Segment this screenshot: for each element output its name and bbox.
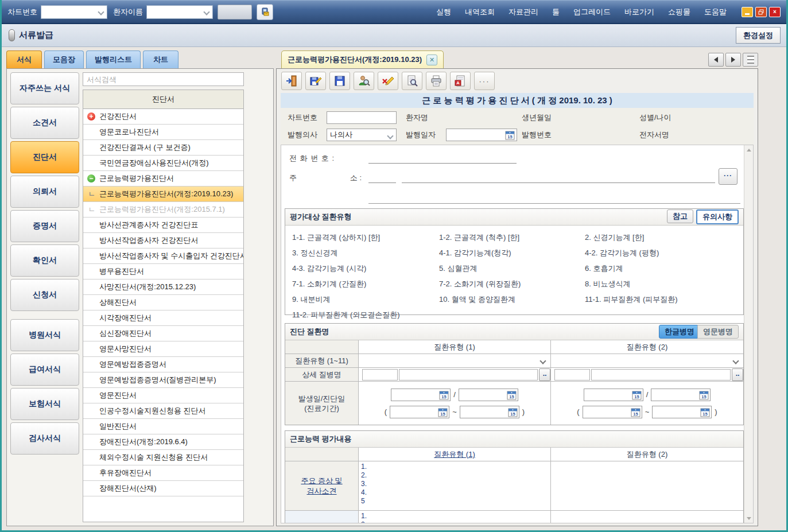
list-item[interactable]: 방사선작업종사자 건강진단서 — [83, 233, 243, 248]
form-search-input[interactable] — [83, 72, 244, 86]
list-item[interactable]: 국민연금장애심사용진단서(개정) — [83, 156, 243, 171]
category-confirmation[interactable]: 확인서 — [10, 244, 79, 277]
print-button[interactable] — [426, 72, 447, 90]
restore-button[interactable] — [755, 7, 767, 17]
treat-start1-input[interactable]: 15 — [390, 406, 449, 418]
blank-action-button[interactable] — [218, 5, 252, 20]
address-search-button[interactable]: ··· — [719, 168, 737, 185]
tab-chart[interactable]: 차트 — [143, 51, 178, 68]
list-item-disabled[interactable]: ㄴ근로능력평가용진단서(개정:2015.7.1) — [83, 202, 243, 218]
pdf-export-button[interactable]: A — [450, 72, 471, 90]
chart-no-input[interactable] — [327, 111, 397, 124]
english-name-toggle[interactable]: 영문병명 — [697, 325, 739, 339]
tab-list-button[interactable] — [743, 53, 758, 67]
treat-end1-input[interactable]: 15 — [460, 406, 519, 418]
list-item[interactable]: 후유장애진단서 — [83, 465, 243, 481]
list-item[interactable]: 건강진단결과서 (구 보건증) — [83, 140, 243, 156]
tab-issue-list[interactable]: 발행리스트 — [86, 51, 141, 68]
tab-forms[interactable]: 서식 — [6, 51, 42, 68]
diagnosis-date1-input[interactable]: 15 — [459, 389, 518, 401]
save-as-button[interactable] — [305, 72, 326, 90]
symptom-type2-textarea[interactable] — [550, 461, 743, 510]
address2-underline[interactable] — [368, 203, 740, 204]
next-tab-button[interactable] — [725, 53, 741, 67]
korean-name-toggle[interactable]: 한글병명 — [659, 325, 700, 339]
symptom-type1-textarea[interactable]: 1. 2. 3. 4. 5 — [358, 461, 550, 510]
category-favorites[interactable]: 자주쓰는 서식 — [10, 72, 79, 104]
minimize-button[interactable] — [742, 7, 753, 17]
symptom-label-line2[interactable]: 검사소견 — [307, 486, 337, 496]
delete-button[interactable] — [378, 72, 398, 90]
disease-search1-button[interactable]: ‥ — [539, 368, 550, 381]
category-insurance-forms[interactable]: 보험서식 — [10, 388, 79, 420]
list-item[interactable]: 시각장애진단서 — [83, 310, 243, 326]
document-tab[interactable]: 근로능력평가용진단서(개정:2019.10.23) ✕ — [281, 51, 444, 68]
eval-col1-link[interactable]: 질환유형 (1) — [434, 449, 475, 460]
card-reader-button[interactable] — [257, 4, 273, 20]
list-item[interactable]: 체외수정시술 지원신청용 진단서 — [83, 450, 243, 465]
list-item[interactable]: 방사선관계종사자 건강진단표 — [83, 218, 243, 233]
category-referral[interactable]: 의뢰서 — [10, 176, 79, 208]
symptom-label-line1[interactable]: 주요 증상 및 — [301, 476, 342, 486]
save-button[interactable] — [329, 72, 350, 90]
menu-data[interactable]: 자료관리 — [508, 7, 538, 17]
list-item[interactable]: 영문예방접종증명서 — [83, 357, 243, 372]
preview-button[interactable] — [402, 72, 422, 90]
list-item[interactable]: 일반진단서 — [83, 419, 243, 434]
eval-col1-header[interactable]: 질환유형 (1) — [358, 448, 550, 461]
issue-date-input[interactable]: 15 — [446, 129, 517, 141]
list-item[interactable]: 인공수정시술지원신청용 진단서 — [83, 403, 243, 419]
category-hospital-forms[interactable]: 병원서식 — [10, 319, 79, 351]
caution-button[interactable]: 유의사항 — [696, 209, 739, 224]
list-item[interactable]: 상해진단서 — [83, 295, 243, 310]
category-diagnosis[interactable]: 진단서 — [10, 141, 79, 173]
zipcode-underline[interactable] — [368, 182, 396, 183]
menu-shop[interactable]: 쇼핑몰 — [668, 7, 690, 17]
list-item-selected[interactable]: ㄴ근로능력평가용진단서(개정:2019.10.23) — [83, 187, 243, 202]
doctor-select[interactable]: 나의사 — [327, 129, 397, 141]
menu-tools[interactable]: 툴 — [552, 7, 560, 17]
list-item[interactable]: 사망진단서(개정:2015.12.23) — [83, 279, 243, 295]
treat-end2-input[interactable]: 15 — [652, 406, 712, 418]
list-item[interactable]: 영문진단서 — [83, 388, 243, 403]
tab-collection[interactable]: 모음장 — [44, 51, 84, 68]
category-opinion[interactable]: 소견서 — [10, 107, 79, 139]
list-item[interactable]: 장애진단서(개정:2019.6.4) — [83, 434, 243, 450]
disease-code2-input[interactable] — [554, 369, 590, 380]
patient-search-button[interactable] — [354, 72, 374, 90]
list-item[interactable]: 심신장애진단서 — [83, 326, 243, 341]
disease-type1-select[interactable] — [359, 355, 550, 367]
menu-shortcut[interactable]: 바로가기 — [624, 7, 654, 17]
disease-code1-input[interactable] — [362, 369, 398, 380]
onset-date1-input[interactable]: 15 — [391, 389, 451, 401]
settings-button[interactable]: 환경설정 — [736, 27, 781, 44]
list-item[interactable]: 장해진단서(산재) — [83, 481, 243, 496]
scroll-up-button[interactable] — [745, 146, 752, 154]
exit-button[interactable] — [281, 72, 302, 90]
symptom-row-label[interactable]: 주요 증상 및 검사소견 — [285, 461, 358, 510]
onset-date2-input[interactable]: 15 — [584, 389, 643, 401]
address-underline[interactable] — [402, 182, 715, 183]
chart-no-combo[interactable] — [41, 5, 107, 19]
category-exam-forms[interactable]: 검사서식 — [10, 422, 79, 455]
close-button[interactable]: × — [769, 7, 781, 17]
next-row-type1-textarea[interactable]: 1. 2. — [358, 510, 550, 523]
menu-help[interactable]: 도움말 — [704, 7, 727, 17]
list-item[interactable]: 방사선작업종사자 및 수시출입자 건강진단서 — [83, 248, 243, 264]
reference-button[interactable]: 참고 — [667, 209, 693, 223]
tab-close-icon[interactable]: ✕ — [426, 55, 437, 65]
disease-search2-button[interactable]: ‥ — [732, 368, 743, 381]
category-application[interactable]: 신청서 — [10, 279, 79, 311]
document-scrollbar[interactable] — [744, 145, 753, 523]
list-item[interactable]: 영문코로나진단서 — [83, 125, 243, 140]
treat-start2-input[interactable]: 15 — [583, 406, 642, 418]
more-tools-button[interactable]: ··· — [474, 72, 495, 90]
diagnosis-date2-input[interactable]: 15 — [651, 389, 711, 401]
menu-history[interactable]: 내역조회 — [465, 7, 495, 17]
category-certificate[interactable]: 증명서 — [10, 210, 79, 242]
disease-name2-input[interactable] — [591, 369, 731, 380]
scroll-down-button[interactable] — [745, 514, 752, 522]
menu-upgrade[interactable]: 업그레이드 — [573, 7, 611, 17]
menu-run[interactable]: 실행 — [436, 7, 451, 17]
list-item[interactable]: 영문사망진단서 — [83, 341, 243, 357]
